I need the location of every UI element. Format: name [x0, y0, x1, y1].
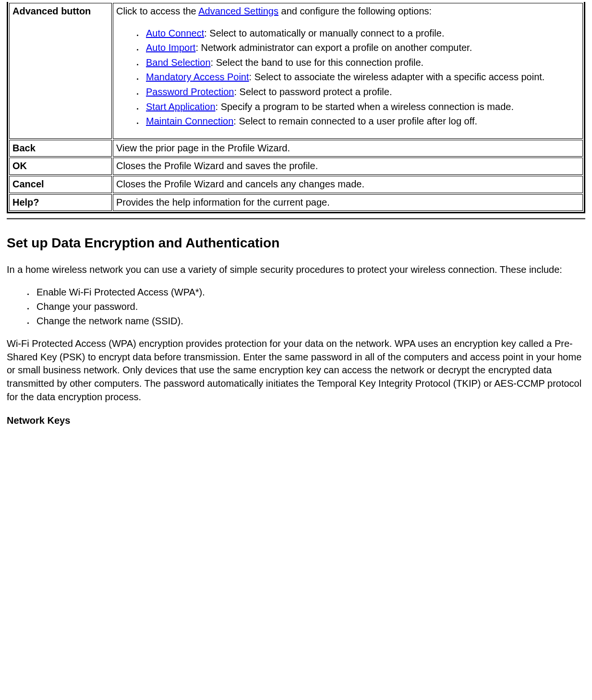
option-desc: : Select to associate the wireless adapt… — [249, 72, 545, 82]
list-item: Maintain Connection: Select to remain co… — [143, 115, 580, 128]
table-row: Advanced button Click to access the Adva… — [9, 3, 583, 139]
list-item: Band Selection: Select the band to use f… — [143, 56, 580, 70]
option-desc: : Select to remain connected to a user p… — [233, 116, 477, 126]
row-content: Provides the help information for the cu… — [113, 194, 583, 211]
list-item: Enable Wi-Fi Protected Access (WPA*). — [34, 286, 585, 299]
option-desc: : Network administrator can export a pro… — [195, 42, 472, 53]
table-row: Help? Provides the help information for … — [9, 194, 583, 211]
maintain-connection-link[interactable]: Maintain Connection — [146, 116, 233, 126]
row-label: OK — [9, 158, 112, 175]
intro-text-pre: Click to access the — [116, 6, 198, 16]
row-label: Cancel — [9, 176, 112, 193]
section-heading: Set up Data Encryption and Authenticatio… — [7, 234, 585, 253]
list-item: Auto Import: Network administrator can e… — [143, 41, 580, 55]
band-selection-link[interactable]: Band Selection — [146, 57, 211, 68]
advanced-options-list: Auto Connect: Select to automatically or… — [116, 27, 580, 128]
security-procedures-list: Enable Wi-Fi Protected Access (WPA*). Ch… — [7, 286, 585, 328]
mandatory-access-point-link[interactable]: Mandatory Access Point — [146, 72, 249, 82]
auto-import-link[interactable]: Auto Import — [146, 42, 195, 53]
table-row: OK Closes the Profile Wizard and saves t… — [9, 158, 583, 175]
table-row: Cancel Closes the Profile Wizard and can… — [9, 176, 583, 193]
row-label: Back — [9, 140, 112, 157]
list-item: Auto Connect: Select to automatically or… — [143, 27, 580, 40]
row-label: Advanced button — [9, 3, 112, 139]
password-protection-link[interactable]: Password Protection — [146, 86, 234, 97]
row-label: Help? — [9, 194, 112, 211]
list-item: Start Application: Specify a program to … — [143, 100, 580, 114]
advanced-settings-link[interactable]: Advanced Settings — [198, 6, 278, 16]
option-desc: : Select the band to use for this connec… — [211, 57, 424, 68]
horizontal-rule — [7, 218, 585, 220]
table-row: Back View the prior page in the Profile … — [9, 140, 583, 157]
list-item: Change the network name (SSID). — [34, 315, 585, 328]
start-application-link[interactable]: Start Application — [146, 101, 216, 112]
list-item: Password Protection: Select to password … — [143, 86, 580, 99]
subsection-heading: Network Keys — [7, 414, 585, 428]
list-item: Mandatory Access Point: Select to associ… — [143, 71, 580, 84]
description-table: Advanced button Click to access the Adva… — [7, 2, 585, 213]
list-item: Change your password. — [34, 300, 585, 314]
auto-connect-link[interactable]: Auto Connect — [146, 28, 204, 38]
row-content: Click to access the Advanced Settings an… — [113, 3, 583, 139]
option-desc: : Specify a program to be started when a… — [216, 101, 514, 112]
intro-text-post: and configure the following options: — [278, 6, 432, 16]
row-content: Closes the Profile Wizard and saves the … — [113, 158, 583, 175]
row-content: Closes the Profile Wizard and cancels an… — [113, 176, 583, 193]
paragraph: In a home wireless network you can use a… — [7, 263, 585, 277]
option-desc: : Select to password protect a profile. — [234, 86, 392, 97]
row-content: View the prior page in the Profile Wizar… — [113, 140, 583, 157]
paragraph: Wi-Fi Protected Access (WPA) encryption … — [7, 337, 585, 404]
option-desc: : Select to automatically or manually co… — [204, 28, 444, 38]
